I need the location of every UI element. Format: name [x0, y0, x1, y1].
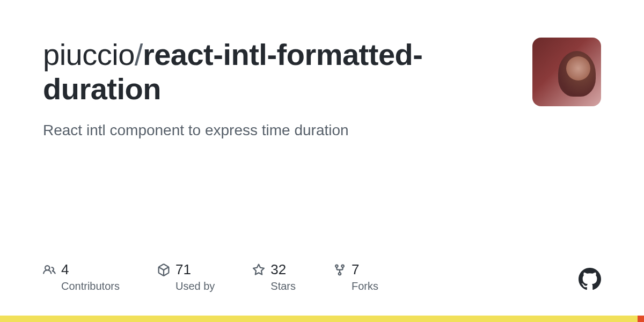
stat-label: Used by — [175, 280, 215, 292]
stat-forks[interactable]: 7 Forks — [333, 261, 378, 292]
github-logo-icon[interactable] — [579, 268, 601, 290]
language-bar — [0, 316, 644, 322]
stat-usedby[interactable]: 71 Used by — [157, 261, 215, 292]
stat-value: 71 — [175, 261, 191, 278]
stats-list: 4 Contributors 71 Used by 32 Stars — [43, 261, 378, 292]
fork-icon — [333, 264, 346, 276]
stat-value: 7 — [352, 261, 359, 278]
people-icon — [43, 264, 56, 276]
repo-description: React intl component to express time dur… — [43, 120, 511, 141]
stat-stars[interactable]: 32 Stars — [252, 261, 296, 292]
stat-value: 32 — [270, 261, 286, 278]
stat-value: 4 — [61, 261, 69, 278]
repo-title: piuccio/react-intl-formatted-duration — [43, 38, 511, 107]
repo-separator: / — [135, 38, 143, 71]
language-segment — [638, 316, 644, 322]
stat-label: Contributors — [61, 280, 120, 292]
repo-owner[interactable]: piuccio — [43, 38, 135, 71]
stat-label: Stars — [270, 280, 296, 292]
avatar[interactable] — [532, 38, 601, 106]
stat-label: Forks — [352, 280, 378, 292]
language-segment — [0, 316, 638, 322]
star-icon — [252, 264, 265, 276]
stat-contributors[interactable]: 4 Contributors — [43, 261, 120, 292]
package-icon — [157, 264, 170, 276]
